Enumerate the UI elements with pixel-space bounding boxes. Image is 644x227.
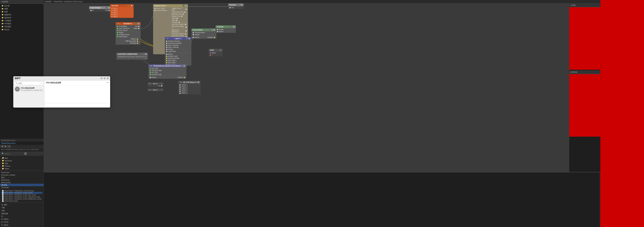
chat-message-input[interactable] [45,103,110,106]
tree-item-图像序列[interactable]: 📁 图像序列 [0,13,44,16]
bottom-desktop[interactable]: 🖥 桌面 [0,203,44,206]
render2-bindings: Bindings [117,42,139,44]
chat-close-btn[interactable]: ✕ [107,77,109,79]
minimize-btn[interactable]: ─ [195,81,197,83]
close-btn[interactable]: ✕ [183,65,185,67]
node-stat[interactable]: STAT ─ #Bars --- [208,49,223,57]
node-lights2[interactable]: CD Lights 2 ─ ✕ Ambient Intensity Direct… [165,37,192,66]
close-btn[interactable]: ✕ [188,38,190,39]
node-render2[interactable]: CD RENDER 2 ─ ✕ TX Antialias Out Cam Tra… [116,22,140,45]
node-cylinder[interactable]: Cylinder ─ ✕ Shader Parent [216,25,236,33]
nav-back[interactable]: ◀ [0,145,4,147]
file-virtualcam3-split[interactable]: 📄 News Room - VirtualCam_3-Cam_Split_Rec… [1,196,42,198]
node-textfile[interactable]: Text File Out Text 1 Text 2 Text 3 Text … [110,4,134,18]
tree-item-视频[interactable]: 📁 视频 [0,7,44,10]
search-clear[interactable]: ✕ [24,152,27,155]
chat-more-icon[interactable]: ••• [106,81,108,84]
tree-item-混合视[interactable]: 📁 混合视 [0,4,44,7]
node-lcd-strip[interactable]: CD CD LCD Strip 2 ─ ✕ VIDEO 1 VIDEO 2 VI… [178,81,200,94]
search-input[interactable] [4,153,23,155]
tree-item-三维模型[interactable]: 📁 三维模型 [0,19,44,22]
folder-Dae[interactable]: 📁 Dae [1,157,42,159]
minimize-btn[interactable]: ─ [186,38,188,39]
nav-common[interactable]: [Common] [0,171,44,174]
node-leo4[interactable]: CD leo- 4 ─ ✕ Out [148,82,163,87]
nav-forward[interactable]: ▶ [4,145,7,147]
leo4-close[interactable]: ✕ [161,83,162,84]
port-out: Out [228,7,244,9]
expand-btn[interactable]: ⊞ [211,29,213,31]
close-btn[interactable]: ✕ [240,4,242,6]
canvas-area[interactable]: Copy Integer ─ ✕ In Out Text File Out [44,4,600,172]
nav-studio[interactable]: [Studio] [0,184,44,186]
close-btn[interactable]: ✕ [198,81,199,83]
leo5-minimize[interactable]: ─ [159,89,160,91]
bottom-items: 🖥 桌面 下载 文档 系统资源 C:\ D:\ (娱乐) E:\ (工作) [0,203,44,227]
tree-item-意见当[interactable]: 📁 意见当 [0,28,44,31]
search-bar: 🔍 ✕ [0,152,43,155]
minimize-btn[interactable]: ─ [209,29,211,31]
bottom-sysres[interactable]: 系统资源 [0,212,44,215]
chat-minimize-btn[interactable]: ─ [100,77,103,79]
minimize-btn[interactable]: ─ [135,23,137,25]
nav-tutorials[interactable]: [Tutorials] [0,186,44,189]
node-leo5[interactable]: CD leo- 5 ─ ✕ [148,89,163,91]
minimize-btn[interactable]: ─ [230,26,232,28]
tree-item-FBX[interactable]: 📁 FBX模型 [0,22,44,25]
file-virtualcam3[interactable]: 📄 News Room - VirtualCam_3-Cam.xcomp [1,192,42,194]
bottom-f[interactable]: F:\ (娱乐) [0,223,44,226]
folder-Elements[interactable]: 📁 Elements [1,159,42,162]
folder-Texture[interactable]: 📁 Texture [1,165,42,167]
chat-search-add[interactable]: + [40,82,42,84]
chat-search-input[interactable] [18,82,40,84]
leo4-minimize[interactable]: ─ [159,83,160,84]
nav-resources[interactable]: [Resources] [0,181,44,184]
port-out [131,5,132,6]
node-preview[interactable]: Preview ✕ Out [228,4,244,9]
file-virtualcam3-rec[interactable]: 📄 News Room - VirtualCam_3-Cam_Rec.xcomp [1,194,42,196]
render2-body: TX Antialias Out Cam Transform Mask Zoom… [116,25,140,45]
node-lighting-conditions[interactable]: LIGHTING CONDITIONS ─ ✕ #Daylight,Evenin… [116,53,148,60]
bottom-download[interactable]: 下载 [0,206,44,209]
nav-inventory[interactable]: [Inventory] [0,179,44,181]
nav-up[interactable]: ▲ [8,145,11,147]
playlist-header: Playlist Cam 3 ─ ✕ [153,4,188,7]
close-btn[interactable]: ✕ [108,7,110,9]
node-copy-integer[interactable]: Copy Integer ─ ✕ In Out [89,6,111,12]
bottom-docs[interactable]: 文档 [0,209,44,212]
chat-search: 🔍 + [14,81,44,85]
port-seq-focus1: Seq Focus Distance 1 [170,29,188,33]
node-newsroom-preset[interactable]: CD CD NewsRoom-Studio-Preset-Mode 1 ─ ✕ … [148,64,186,79]
close-btn[interactable]: ✕ [213,29,215,31]
close-btn[interactable]: ✕ [185,5,187,7]
minimize-btn[interactable]: ─ [181,65,183,67]
leo5-close[interactable]: ✕ [161,89,162,91]
folder-Split[interactable]: 📁 Split [1,162,42,165]
file-trackedcam[interactable]: 📄 News Room - TrackedCam_3-Cam.xcomp [1,190,42,192]
bottom-e[interactable]: E:\ (工作) [0,220,44,223]
minimize-btn[interactable]: ─ [183,5,184,7]
nav-common-studio[interactable]: [Common_Studio] [0,174,44,176]
file-virtualcam4[interactable]: 📄 News Room - VirtualCam_4-Cam_MultiB_Re… [1,198,42,200]
bottom-d[interactable]: D:\ (娱乐) [0,218,44,220]
minimize-btn[interactable]: ─ [220,49,222,51]
minimize-btn[interactable]: ─ [106,7,108,9]
node-scene[interactable]: Scene Node ─ ⊞ ✕ Transformation Shader P… [192,29,216,39]
folder-Video[interactable]: 📁 Video [1,167,42,170]
close-btn[interactable]: ✕ [233,26,235,28]
chat-maximize-btn[interactable]: □ [104,77,106,79]
contact-name: P5X-B站生态运营 [21,87,43,89]
port-dot [112,16,113,17]
tree-item-OBJ[interactable]: 📁 OBJ模型 [0,25,44,28]
file-newsroom[interactable]: 📄 News Room.xcomp [1,200,42,202]
tree-item-触控控件[interactable]: 📁 触控控件 [0,16,44,19]
close-btn[interactable]: ✕ [138,23,139,25]
tree-item-效果[interactable]: 📁 效果 [0,10,44,13]
close-btn[interactable]: ✕ [145,53,147,55]
nav-bin[interactable]: [Bin] [0,176,44,179]
chat-contact-p5x[interactable]: P P5X-B站生态运营 我们的直播间问什么都都在学校 [14,86,44,92]
bottom-c[interactable]: C:\ [0,215,44,218]
port-dot-children [214,37,215,38]
tree-section: 📁 混合视 📁 视频 📁 效果 📁 图像序列 📁 触控控件 📁 三维模型 📁 F… [0,4,44,139]
minimize-btn[interactable]: ─ [143,53,144,55]
